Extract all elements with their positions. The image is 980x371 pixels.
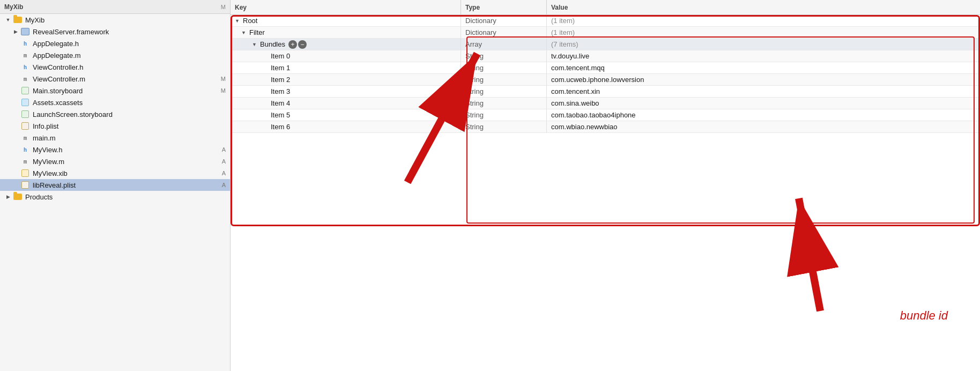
remove-button[interactable]: −	[298, 40, 307, 49]
badge-libreveal-plist: A	[222, 182, 226, 188]
key-text-item3: Item 3	[271, 87, 290, 95]
row-type-item0: String	[461, 50, 547, 62]
sidebar-header-label: MyXib	[4, 3, 23, 11]
icon-xcassets	[20, 98, 30, 107]
sidebar-item-info-plist[interactable]: Info.plist	[0, 120, 230, 132]
row-value-item4: com.sina.weibo	[547, 98, 980, 109]
sidebar-item-main-m[interactable]: mmain.m	[0, 132, 230, 144]
table-row-item3[interactable]: Item 3Stringcom.tencent.xin	[231, 86, 980, 98]
key-text-item1: Item 1	[271, 64, 290, 72]
disclosure-root[interactable]: ▼	[235, 18, 241, 24]
disclosure-libreveal-plist	[12, 181, 19, 189]
icon-storyboard	[20, 110, 30, 118]
icon-m: m	[20, 75, 30, 83]
table-row-item0[interactable]: Item 0Stringtv.douyu.live	[231, 50, 980, 62]
disclosure-viewcontroller-h	[12, 63, 19, 71]
row-key-filter: ▼Filter	[231, 27, 461, 38]
sidebar-item-appdelegate-h[interactable]: hAppDelegate.h	[0, 38, 230, 49]
row-type-root: Dictionary	[461, 15, 547, 26]
table-row-item6[interactable]: Item 6Stringcom.wbiao.newwbiao	[231, 121, 980, 133]
sidebar-item-revealserver[interactable]: ▶RevealServer.framework	[0, 26, 230, 38]
sidebar-label-revealserver: RevealServer.framework	[33, 28, 226, 36]
icon-plist	[20, 181, 30, 189]
sidebar-item-main-storyboard[interactable]: Main.storyboardM	[0, 85, 230, 97]
badge-myview-xib: A	[222, 170, 226, 176]
disclosure-products[interactable]: ▶	[4, 193, 12, 201]
sidebar-item-launchscreen-storyboard[interactable]: LaunchScreen.storyboard	[0, 108, 230, 120]
row-value-filter: (1 item)	[547, 27, 980, 38]
add-button[interactable]: +	[288, 40, 297, 49]
badge-myview-h: A	[222, 146, 226, 153]
icon-framework	[20, 27, 30, 36]
content-area: Key Type Value ▼RootDictionary(1 item)▼F…	[231, 0, 980, 371]
row-type-filter: Dictionary	[461, 27, 547, 38]
sidebar-item-myview-h[interactable]: hMyView.hA	[0, 144, 230, 155]
row-key-item2: Item 2	[231, 74, 461, 85]
row-value-item6: com.wbiao.newwbiao	[547, 121, 980, 132]
table-row-item4[interactable]: Item 4Stringcom.sina.weibo	[231, 98, 980, 109]
col-value-header: Value	[547, 0, 980, 14]
sidebar-item-viewcontroller-h[interactable]: hViewController.h	[0, 61, 230, 73]
row-type-bundles: Array	[461, 39, 547, 50]
sidebar-label-launchscreen-storyboard: LaunchScreen.storyboard	[33, 110, 226, 118]
disclosure-main-storyboard	[12, 87, 19, 94]
table-rows-container: ▼RootDictionary(1 item)▼FilterDictionary…	[231, 15, 980, 133]
bundle-id-annotation: bundle id	[900, 309, 948, 323]
icon-folder	[13, 16, 23, 24]
sidebar-header: MyXib M	[0, 0, 230, 14]
disclosure-filter[interactable]: ▼	[241, 30, 248, 35]
sidebar-label-libreveal-plist: libReveal.plist	[33, 181, 219, 189]
sidebar-item-libreveal-plist[interactable]: libReveal.plistA	[0, 179, 230, 191]
table-row-item5[interactable]: Item 5Stringcom.taobao.taobao4iphone	[231, 109, 980, 121]
row-key-item1: Item 1	[231, 62, 461, 73]
col-type-header: Type	[461, 0, 547, 14]
row-value-bundles: (7 items)	[547, 39, 980, 50]
table-row-item1[interactable]: Item 1Stringcom.tencent.mqq	[231, 62, 980, 74]
icon-storyboard	[20, 86, 30, 95]
disclosure-bundles[interactable]: ▼	[252, 42, 258, 47]
table-row-filter[interactable]: ▼FilterDictionary(1 item)	[231, 27, 980, 39]
row-value-item2: com.ucweb.iphone.lowversion	[547, 74, 980, 85]
disclosure-myview-xib	[12, 169, 19, 177]
sidebar-label-myview-h: MyView.h	[33, 146, 219, 154]
key-text-item6: Item 6	[271, 123, 290, 131]
disclosure-myview-m	[12, 158, 19, 165]
sidebar-item-appdelegate-m[interactable]: mAppDelegate.m	[0, 49, 230, 61]
sidebar-item-products[interactable]: ▶Products	[0, 191, 230, 203]
sidebar-item-myview-m[interactable]: mMyView.mA	[0, 155, 230, 167]
icon-m: m	[20, 51, 30, 60]
disclosure-myxib-root[interactable]: ▼	[4, 16, 12, 24]
row-type-item3: String	[461, 86, 547, 97]
icon-m: m	[20, 133, 30, 142]
add-remove-buttons: +−	[288, 40, 307, 49]
sidebar-label-main-m: main.m	[33, 134, 226, 142]
sidebar-label-main-storyboard: Main.storyboard	[33, 87, 218, 95]
table-row-item2[interactable]: Item 2Stringcom.ucweb.iphone.lowversion	[231, 74, 980, 86]
table-row-bundles[interactable]: ▼Bundles+−Array(7 items)	[231, 39, 980, 50]
disclosure-info-plist	[12, 122, 19, 130]
disclosure-assets-xcassets	[12, 99, 19, 106]
key-text-root: Root	[243, 17, 257, 25]
sidebar-item-myxib-root[interactable]: ▼MyXib	[0, 14, 230, 26]
icon-folder	[13, 192, 23, 201]
sidebar-label-myview-xib: MyView.xib	[33, 169, 219, 177]
row-value-item0: tv.douyu.live	[547, 50, 980, 62]
icon-m: m	[20, 157, 30, 166]
sidebar-label-myxib-root: MyXib	[25, 16, 226, 24]
row-value-item3: com.tencent.xin	[547, 86, 980, 97]
disclosure-revealserver[interactable]: ▶	[12, 28, 19, 35]
row-key-root: ▼Root	[231, 15, 461, 26]
table-row-root[interactable]: ▼RootDictionary(1 item)	[231, 15, 980, 27]
sidebar-label-myview-m: MyView.m	[33, 158, 219, 166]
disclosure-appdelegate-m	[12, 51, 19, 59]
badge-main-storyboard: M	[221, 87, 226, 94]
icon-h: h	[20, 63, 30, 71]
sidebar-label-appdelegate-m: AppDelegate.m	[33, 51, 226, 60]
disclosure-myview-h	[12, 146, 19, 153]
sidebar-item-assets-xcassets[interactable]: Assets.xcassets	[0, 97, 230, 108]
sidebar-item-viewcontroller-m[interactable]: mViewController.mM	[0, 73, 230, 85]
key-text-item4: Item 4	[271, 99, 290, 107]
row-key-item0: Item 0	[231, 50, 461, 62]
sidebar-m-badge: M	[221, 4, 226, 10]
sidebar-item-myview-xib[interactable]: MyView.xibA	[0, 167, 230, 179]
